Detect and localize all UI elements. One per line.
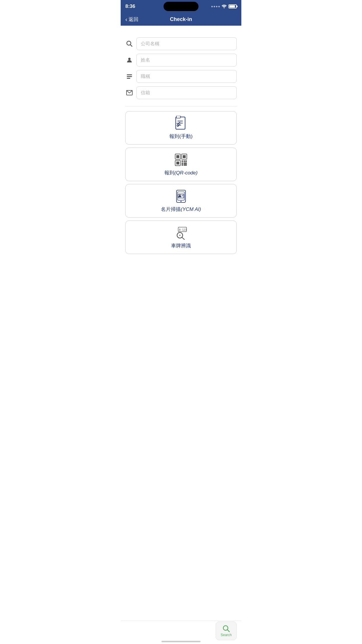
email-input[interactable] (136, 86, 237, 99)
svg-point-32 (180, 201, 182, 202)
status-bar: 8:36 (121, 0, 241, 13)
name-input[interactable] (136, 54, 237, 66)
bottom-space (125, 257, 237, 283)
name-field (125, 54, 237, 66)
qrcode-icon (174, 153, 188, 167)
manual-checkin-label: 報到(手動) (169, 133, 192, 140)
position-input[interactable] (136, 70, 237, 83)
svg-rect-4 (127, 74, 132, 75)
nav-bar: ‹ 返回 Check-in (121, 13, 241, 26)
main-content: 報到(手動) (121, 26, 241, 289)
svg-rect-14 (176, 155, 179, 158)
svg-rect-20 (184, 160, 185, 162)
svg-line-2 (130, 45, 132, 46)
title-icon (125, 72, 133, 80)
svg-rect-23 (184, 162, 187, 164)
svg-rect-5 (127, 76, 132, 77)
person-icon (125, 56, 133, 64)
back-button[interactable]: ‹ 返回 (125, 16, 138, 23)
search-icon (125, 40, 133, 48)
svg-rect-27 (178, 192, 184, 200)
qrcode-checkin-label: 報到(QR-code) (164, 169, 197, 176)
wifi-icon (222, 4, 227, 8)
section-divider (125, 106, 237, 106)
plate-icon: B-123 (174, 225, 188, 240)
svg-rect-16 (183, 155, 186, 158)
svg-rect-22 (182, 162, 183, 164)
company-input[interactable] (136, 37, 237, 50)
title-field (125, 70, 237, 83)
back-arrow-icon: ‹ (125, 16, 127, 23)
svg-rect-24 (182, 164, 183, 166)
back-label: 返回 (129, 16, 138, 23)
battery-icon (229, 4, 237, 8)
email-field (125, 86, 237, 99)
plate-recognition-label: 車牌辨識 (171, 242, 191, 249)
qrcode-checkin-button[interactable]: 報到(QR-code) (125, 148, 237, 181)
page-title: Check-in (170, 16, 192, 22)
svg-point-0 (224, 8, 225, 8)
email-icon (125, 89, 133, 97)
form-section (125, 37, 237, 99)
svg-rect-25 (184, 164, 187, 166)
business-card-label: 名片掃描(YCM AI) (161, 206, 201, 213)
notch (164, 2, 198, 11)
svg-rect-19 (182, 160, 183, 162)
action-buttons: 報到(手動) (125, 111, 237, 257)
svg-line-36 (182, 237, 184, 239)
business-card-button[interactable]: 名片掃描(YCM AI) (125, 184, 237, 218)
status-icons (211, 4, 237, 8)
svg-rect-21 (185, 160, 187, 162)
svg-point-29 (179, 195, 181, 196)
plate-recognition-button[interactable]: B-123 車牌辨識 (125, 220, 237, 254)
signal-dots (211, 6, 220, 7)
card-scan-icon (174, 189, 188, 204)
svg-point-37 (179, 235, 180, 236)
company-field (125, 37, 237, 50)
checklist-icon (174, 116, 188, 131)
svg-text:B-123: B-123 (179, 228, 187, 231)
svg-rect-6 (127, 78, 130, 79)
manual-checkin-button[interactable]: 報到(手動) (125, 111, 237, 145)
status-time: 8:36 (125, 4, 135, 9)
svg-rect-12 (176, 116, 180, 118)
svg-point-3 (128, 58, 131, 60)
svg-rect-18 (176, 162, 179, 164)
